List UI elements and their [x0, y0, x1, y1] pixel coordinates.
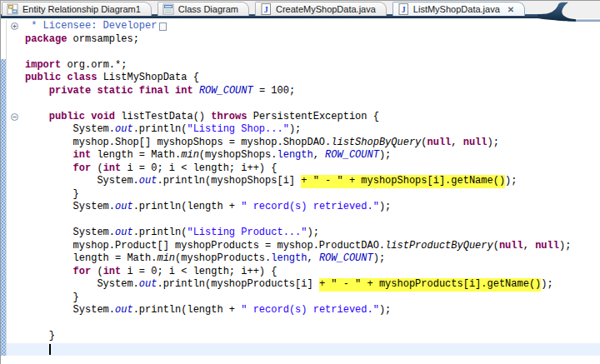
code-text: System.out.println(myshopShops[i] + " - … — [25, 175, 600, 188]
code-text: System.out.println("Listing Product...")… — [25, 227, 600, 240]
code-line: length = Math.min(myshopProducts.length,… — [0, 252, 600, 266]
fold-gutter — [7, 278, 25, 292]
code-line: } — [0, 292, 600, 305]
quickdiff-marker — [0, 72, 7, 85]
code-line: − public void listTestData() throws Pers… — [0, 111, 600, 124]
quickdiff-marker — [0, 137, 7, 150]
fold-collapsed-icon[interactable]: + — [11, 22, 18, 30]
quickdiff-marker — [0, 304, 7, 317]
code-line — [0, 317, 600, 331]
code-line: } — [0, 330, 600, 343]
quickdiff-marker — [0, 123, 7, 137]
code-text: myshop.Product[] myshopProducts = myshop… — [25, 240, 600, 253]
code-text — [25, 343, 600, 357]
code-line — [0, 214, 600, 227]
quickdiff-marker — [0, 59, 7, 72]
fold-gutter — [7, 59, 25, 72]
quickdiff-marker — [0, 240, 7, 253]
code-text: } — [25, 292, 600, 305]
fold-gutter — [7, 201, 25, 214]
code-line: System.out.println(length + " record(s) … — [0, 201, 600, 214]
quickdiff-marker — [0, 278, 7, 292]
code-text — [25, 317, 600, 331]
quickdiff-marker — [0, 85, 7, 98]
quickdiff-marker — [0, 97, 7, 111]
fold-gutter — [7, 292, 25, 305]
fold-gutter — [7, 214, 25, 227]
folded-text-box[interactable] — [159, 22, 167, 31]
code-text: import org.orm.*; — [25, 59, 600, 72]
fold-gutter — [7, 343, 25, 357]
quickdiff-marker — [0, 162, 7, 176]
text-caret — [49, 344, 51, 355]
fold-gutter — [7, 304, 25, 317]
fold-gutter — [7, 72, 25, 85]
fold-gutter — [7, 85, 25, 98]
quickdiff-marker — [0, 175, 7, 188]
code-text: System.out.println(length + " record(s) … — [25, 304, 600, 317]
fold-gutter — [7, 175, 25, 188]
code-line: System.out.println(myshopShops[i] + " - … — [0, 175, 600, 188]
code-text: public void listTestData() throws Persis… — [25, 111, 600, 124]
fold-gutter — [7, 227, 25, 240]
tab-label: ListMyShopData.java — [413, 4, 500, 14]
code-text — [25, 97, 600, 111]
quickdiff-marker — [0, 317, 7, 331]
fold-gutter: + — [7, 20, 25, 33]
fold-gutter — [7, 162, 25, 176]
quickdiff-marker — [0, 214, 7, 227]
tab-label: Class Diagram — [178, 4, 238, 14]
code-text: myshop.Shop[] myshopShops = myshop.ShopD… — [25, 137, 600, 150]
code-text: * Licensee: Developer — [25, 20, 600, 33]
code-text: length = Math.min(myshopProducts.length,… — [25, 252, 600, 266]
active-tab-swoosh — [538, 1, 600, 22]
code-line: System.out.println("Listing Shop..."); — [0, 123, 600, 137]
code-line — [0, 343, 600, 357]
fold-expanded-icon[interactable]: − — [11, 113, 18, 121]
quickdiff-marker — [0, 111, 7, 124]
code-line — [0, 46, 600, 59]
quickdiff-marker — [0, 266, 7, 279]
code-line: System.out.println(length + " record(s) … — [0, 304, 600, 317]
quickdiff-marker — [0, 227, 7, 240]
code-line: int length = Math.min(myshopShops.length… — [0, 149, 600, 162]
fold-gutter — [7, 240, 25, 253]
tab-entity-relationship-diagram1[interactable]: Entity Relationship Diagram1 — [2, 2, 152, 16]
code-line: public class ListMyShopData { — [0, 72, 600, 85]
code-text: System.out.println("Listing Shop..."); — [25, 123, 600, 137]
quickdiff-marker — [0, 292, 7, 305]
close-icon[interactable]: ✕ — [508, 5, 514, 14]
code-text: for (int i = 0; i < length; i++) { — [25, 266, 600, 279]
java-file-icon: J — [398, 3, 409, 15]
fold-gutter — [7, 317, 25, 331]
code-text: System.out.println(myshopProducts[i] + "… — [25, 278, 600, 292]
fold-gutter — [7, 266, 25, 279]
fold-gutter — [7, 188, 25, 202]
fold-gutter — [7, 33, 25, 47]
code-line: package ormsamples; — [0, 33, 600, 47]
fold-gutter — [7, 330, 25, 343]
tab-createmyshopdata-java[interactable]: JCreateMyShopData.java — [255, 2, 387, 16]
code-text: } — [25, 188, 600, 202]
code-line: for (int i = 0; i < length; i++) { — [0, 266, 600, 279]
tab-class-diagram[interactable]: Class Diagram — [158, 2, 249, 16]
code-line: import org.orm.*; — [0, 59, 600, 72]
class-diagram-icon — [162, 3, 174, 15]
fold-gutter — [7, 252, 25, 266]
code-text: public class ListMyShopData { — [25, 72, 600, 85]
code-line: for (int i = 0; i < length; i++) { — [0, 162, 600, 176]
code-editor[interactable]: + * Licensee: Developerpackage ormsample… — [0, 20, 600, 364]
quickdiff-marker — [0, 252, 7, 266]
quickdiff-marker — [0, 201, 7, 214]
tab-strip: Entity Relationship Diagram1Class Diagra… — [2, 2, 525, 16]
code-text: for (int i = 0; i < length; i++) { — [25, 162, 600, 176]
code-line: myshop.Shop[] myshopShops = myshop.ShopD… — [0, 137, 600, 150]
code-text — [25, 46, 600, 59]
erd-icon — [7, 3, 18, 15]
editor-tab-bar: Entity Relationship Diagram1Class Diagra… — [0, 0, 600, 20]
quickdiff-marker — [0, 188, 7, 202]
tab-listmyshopdata-java[interactable]: JListMyShopData.java✕ — [392, 2, 525, 16]
code-text: private static final int ROW_COUNT = 100… — [25, 85, 600, 98]
fold-gutter — [7, 149, 25, 162]
svg-text:J: J — [402, 5, 406, 14]
